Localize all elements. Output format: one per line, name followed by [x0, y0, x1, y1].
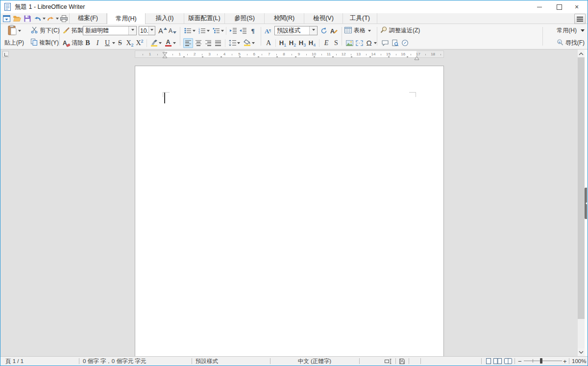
paragraph-background-dropdown-icon[interactable] [252, 42, 255, 46]
formatting-marks-button[interactable]: ¶ [248, 26, 257, 36]
context-selector[interactable]: 常用(H) [545, 24, 585, 37]
font-color-dropdown-icon[interactable] [173, 42, 176, 46]
font-color-button[interactable]: A [164, 38, 172, 48]
paragraph-background-color-button[interactable] [243, 38, 251, 48]
emphasis-style-button[interactable]: E [322, 38, 331, 48]
zoom-slider-track[interactable] [524, 361, 562, 361]
document-page[interactable] [135, 66, 444, 356]
tab-view[interactable]: 檢視(V) [304, 13, 343, 24]
default-character-style-button[interactable]: A [264, 38, 273, 48]
paste-dropdown-icon[interactable] [18, 30, 21, 33]
paste-icon[interactable] [8, 25, 17, 37]
page-number-status[interactable]: 頁 1 / 1 [5, 357, 24, 366]
insert-comment-icon[interactable] [381, 38, 390, 48]
undo-icon[interactable] [33, 14, 42, 24]
tab-tools[interactable]: 工具(T) [343, 13, 377, 24]
clear-formatting-button[interactable]: A 清除 [63, 37, 83, 49]
horizontal-ruler[interactable]: 1123456789101112131415161718 [135, 50, 444, 58]
insert-image-icon[interactable] [345, 38, 354, 48]
scroll-down-icon[interactable] [578, 348, 585, 356]
paste-label[interactable]: 貼上(P) [4, 39, 24, 47]
zoom-out-button[interactable]: − [518, 357, 522, 366]
highlight-color-button[interactable] [149, 38, 158, 48]
increase-indent-icon[interactable] [229, 26, 238, 36]
underline-button[interactable]: U [103, 38, 112, 48]
menu-hamburger-icon[interactable] [574, 14, 586, 24]
print-icon[interactable] [59, 14, 69, 24]
bullet-list-dropdown-icon[interactable] [193, 30, 196, 33]
insert-mode-icon[interactable] [385, 357, 392, 366]
text-language-status[interactable]: 中文 (正體字) [270, 357, 359, 366]
redo-dropdown-icon[interactable] [56, 18, 59, 21]
tab-stop-type-selector[interactable] [2, 51, 9, 57]
bold-button[interactable]: B [83, 38, 92, 48]
heading3-style-button[interactable]: H3 [298, 38, 307, 48]
align-justify-button[interactable] [214, 39, 222, 48]
book-view-icon[interactable] [504, 357, 512, 366]
underline-dropdown-icon[interactable] [112, 42, 115, 46]
edit-style-icon[interactable]: A [329, 26, 338, 36]
first-line-indent-marker[interactable] [162, 51, 168, 60]
update-style-icon[interactable] [319, 26, 328, 36]
strikethrough-button[interactable]: S [116, 38, 124, 48]
document-modified-icon[interactable] [399, 357, 405, 366]
table-dropdown-icon[interactable] [368, 30, 371, 33]
copy-button[interactable]: 複製(Y) [31, 37, 60, 49]
italic-button[interactable]: I [93, 38, 102, 48]
heading1-style-button[interactable]: H1 [278, 38, 287, 48]
superscript-button[interactable]: X2 [135, 38, 144, 48]
save-icon[interactable] [23, 14, 32, 24]
sidebar-show-handle[interactable] [585, 188, 587, 219]
tab-insert[interactable]: 插入(I) [146, 13, 184, 24]
multi-page-view-icon[interactable] [493, 357, 502, 366]
tab-references[interactable]: 參照(S) [225, 13, 265, 24]
tab-file[interactable]: 檔案(F) [69, 13, 107, 24]
tab-home[interactable]: 常用(H) [107, 13, 146, 24]
clone-formatting-button[interactable]: 拓製 [63, 24, 83, 37]
zoom-slider-handle[interactable] [540, 358, 542, 364]
open-folder-icon[interactable] [12, 14, 22, 24]
insert-page-break-icon[interactable] [355, 38, 364, 48]
decrease-indent-icon[interactable] [239, 26, 247, 36]
print-preview-icon[interactable] [391, 38, 399, 48]
single-page-view-icon[interactable] [486, 357, 491, 366]
grow-font-button[interactable]: A [158, 26, 167, 36]
find-button[interactable]: a 尋找(F) [545, 37, 585, 49]
tab-layout[interactable]: 版面配置(L) [184, 13, 225, 24]
zoom-in-button[interactable]: + [563, 357, 567, 366]
heading4-style-button[interactable]: H4 [308, 38, 317, 48]
insert-table-button[interactable]: 表格 [344, 24, 377, 37]
heading2-style-button[interactable]: H2 [288, 38, 297, 48]
font-size-combobox[interactable]: 10.5 [139, 26, 155, 35]
tab-review[interactable]: 校閱(R) [265, 13, 304, 24]
special-character-button[interactable]: Ω [365, 38, 373, 48]
menubar-toggle-icon[interactable] [2, 14, 11, 24]
redo-icon[interactable] [46, 14, 55, 24]
paragraph-style-combobox[interactable]: 預設樣式 [274, 26, 318, 35]
line-spacing-dropdown-icon[interactable] [237, 42, 240, 46]
outline-list-dropdown-icon[interactable] [221, 30, 224, 33]
bullet-list-icon[interactable] [183, 26, 192, 36]
outline-list-icon[interactable] [212, 26, 220, 36]
shrink-font-button[interactable]: A [168, 26, 177, 36]
minimize-button[interactable] [529, 0, 550, 13]
highlight-color-dropdown-icon[interactable] [159, 42, 162, 46]
scroll-up-icon[interactable] [578, 49, 585, 57]
zoom-button[interactable]: 調整遠近(Z) [380, 24, 420, 37]
word-count-status[interactable]: 0 個字 字，0 個字元 字元 [83, 357, 146, 366]
scrollbar-thumb[interactable] [578, 57, 585, 319]
zoom-percentage[interactable]: 100% [572, 357, 586, 366]
subscript-button[interactable]: X2 [125, 38, 134, 48]
close-button[interactable]: × [566, 0, 588, 13]
numbered-list-dropdown-icon[interactable] [207, 30, 210, 33]
align-left-button[interactable] [183, 38, 193, 48]
undo-dropdown-icon[interactable] [43, 18, 46, 21]
set-paragraph-style-icon[interactable]: A¶ [264, 26, 273, 36]
strong-style-button[interactable]: S [332, 38, 341, 48]
navigator-icon[interactable] [400, 38, 409, 48]
line-spacing-icon[interactable] [228, 38, 237, 48]
numbered-list-icon[interactable]: 123 [197, 26, 206, 36]
cut-button[interactable]: 剪下(C) [31, 24, 60, 37]
align-right-button[interactable] [204, 39, 213, 48]
align-center-button[interactable] [194, 39, 203, 48]
